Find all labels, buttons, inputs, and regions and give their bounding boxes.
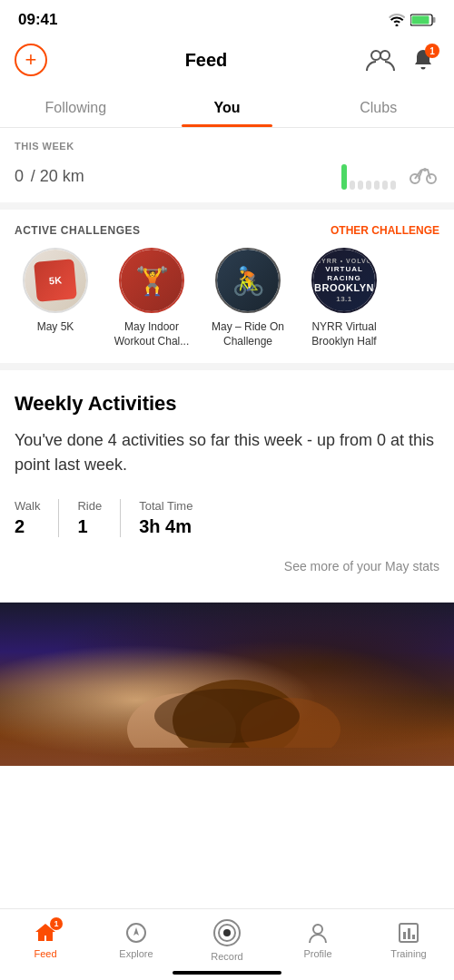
brooklyn-badge-text: NYRR • VOLVO VIRTUAL RACING BROOKLYN 13.… <box>313 258 375 303</box>
header-title: Feed <box>185 50 228 71</box>
stat-total-time: Total Time 3h 4m <box>139 499 211 537</box>
progress-bar-tue <box>350 181 355 190</box>
nav-item-feed[interactable]: 1 Feed <box>14 921 77 959</box>
challenge-ride-circle: 🚴 <box>215 248 281 313</box>
nav-explore-label: Explore <box>119 948 153 959</box>
this-week-label: THIS WEEK <box>15 141 439 152</box>
svg-point-7 <box>423 168 427 172</box>
challenge-ride-name: May – Ride On Challenge <box>207 320 289 348</box>
status-bar: 09:41 <box>0 0 454 36</box>
challenges-section: ACTIVE CHALLENGES OTHER CHALLENGE 5K May… <box>0 210 454 370</box>
nav-item-record[interactable]: Record <box>195 918 259 962</box>
weekly-activities-section: Weekly Activities You've done 4 activiti… <box>0 370 454 603</box>
home-indicator <box>173 971 281 975</box>
stat-walk: Walk 2 <box>15 499 59 537</box>
nav-feed-badge: 1 <box>50 917 63 930</box>
badge-indoor-icon: 🏋️ <box>135 265 169 297</box>
nav-profile-icon-wrap <box>306 921 330 945</box>
challenge-brooklyn-name: NYRR Virtual Brooklyn Half <box>303 320 385 348</box>
record-icon <box>212 918 242 947</box>
km-display: 0 / 20 km <box>15 159 84 188</box>
badge-ride-icon: 🚴 <box>232 265 265 297</box>
svg-rect-19 <box>403 932 406 939</box>
progress-bar-wed <box>358 181 363 190</box>
nav-training-label: Training <box>390 948 426 959</box>
status-time: 09:41 <box>18 11 57 29</box>
progress-bar-sun <box>390 181 396 190</box>
this-week-section: THIS WEEK 0 / 20 km <box>0 128 454 210</box>
tabs: Following You Clubs <box>0 87 454 128</box>
km-value: 0 <box>15 167 24 185</box>
stat-ride-value: 1 <box>77 516 102 537</box>
stats-row: Walk 2 Ride 1 Total Time 3h 4m <box>15 499 439 537</box>
progress-bar-sat <box>382 181 388 190</box>
nav-item-training[interactable]: Training <box>377 921 440 959</box>
week-right <box>341 157 439 190</box>
bike-icon <box>407 157 439 190</box>
nav-feed-icon-wrap: 1 <box>34 921 57 945</box>
header-icons: 1 <box>365 44 439 76</box>
feed-photo <box>0 603 454 766</box>
stat-walk-label: Walk <box>15 499 40 513</box>
weekly-activities-title: Weekly Activities <box>15 392 439 416</box>
svg-point-17 <box>313 925 322 934</box>
people-icon-button[interactable] <box>365 47 396 73</box>
nav-item-explore[interactable]: Explore <box>104 921 168 959</box>
svg-point-6 <box>427 174 436 183</box>
svg-point-3 <box>371 51 380 60</box>
challenges-scroll[interactable]: 5K May 5K 🏋️ May Indoor Workout Chal... … <box>0 248 454 348</box>
battery-icon <box>410 14 436 26</box>
svg-point-4 <box>380 51 390 60</box>
challenge-brooklyn-circle: NYRR • VOLVO VIRTUAL RACING BROOKLYN 13.… <box>311 248 377 313</box>
this-week-content: 0 / 20 km <box>15 157 439 190</box>
km-goal: / 20 km <box>31 167 84 185</box>
wifi-icon <box>389 14 405 26</box>
status-icons <box>389 14 436 26</box>
challenge-may5k[interactable]: 5K May 5K <box>15 248 96 348</box>
stat-total-time-label: Total Time <box>139 499 192 513</box>
stat-ride: Ride 1 <box>77 499 121 537</box>
week-progress <box>341 157 396 190</box>
nav-feed-label: Feed <box>34 948 56 959</box>
challenges-header: ACTIVE CHALLENGES OTHER CHALLENGE <box>0 224 454 248</box>
nav-item-profile[interactable]: Profile <box>286 921 350 959</box>
notification-button[interactable]: 1 <box>407 44 439 76</box>
svg-rect-2 <box>412 16 429 24</box>
progress-bar-fri <box>374 181 380 190</box>
training-icon <box>397 921 420 945</box>
challenge-may-indoor[interactable]: 🏋️ May Indoor Workout Chal... <box>111 248 192 348</box>
challenge-may-ride[interactable]: 🚴 May – Ride On Challenge <box>207 248 289 348</box>
challenge-may5k-circle: 5K <box>23 248 88 313</box>
challenge-brooklyn[interactable]: NYRR • VOLVO VIRTUAL RACING BROOKLYN 13.… <box>303 248 385 348</box>
stat-ride-label: Ride <box>77 499 102 513</box>
profile-icon <box>306 921 330 945</box>
svg-marker-13 <box>133 927 139 936</box>
progress-bar-mon <box>341 164 347 190</box>
nav-explore-icon-wrap <box>124 921 148 945</box>
tab-following[interactable]: Following <box>0 87 152 127</box>
challenge-may5k-name: May 5K <box>37 320 74 335</box>
bottom-nav: 1 Feed Explore Record <box>0 908 454 980</box>
nav-training-icon-wrap <box>397 921 420 945</box>
other-challenges-label: OTHER CHALLENGE <box>331 224 439 237</box>
svg-rect-21 <box>412 935 415 939</box>
weekly-activities-desc: You've done 4 activities so far this wee… <box>15 428 439 477</box>
stat-total-time-value: 3h 4m <box>139 516 192 537</box>
tab-clubs[interactable]: Clubs <box>302 87 454 127</box>
hands-illustration <box>91 639 363 748</box>
see-more-stats[interactable]: See more of your May stats <box>15 559 439 573</box>
stat-walk-value: 2 <box>15 516 40 537</box>
tab-you[interactable]: You <box>152 87 303 127</box>
nav-profile-label: Profile <box>303 948 331 959</box>
challenges-title: ACTIVE CHALLENGES <box>15 224 141 237</box>
svg-rect-1 <box>433 17 436 23</box>
svg-point-16 <box>223 929 231 936</box>
header: + Feed 1 <box>0 36 454 87</box>
bottom-spacer <box>0 766 454 857</box>
people-icon <box>365 47 396 73</box>
challenge-indoor-name: May Indoor Workout Chal... <box>111 320 192 348</box>
add-button[interactable]: + <box>15 44 47 76</box>
challenge-indoor-circle: 🏋️ <box>119 248 184 313</box>
svg-point-11 <box>154 689 300 743</box>
nav-record-label: Record <box>211 951 242 962</box>
